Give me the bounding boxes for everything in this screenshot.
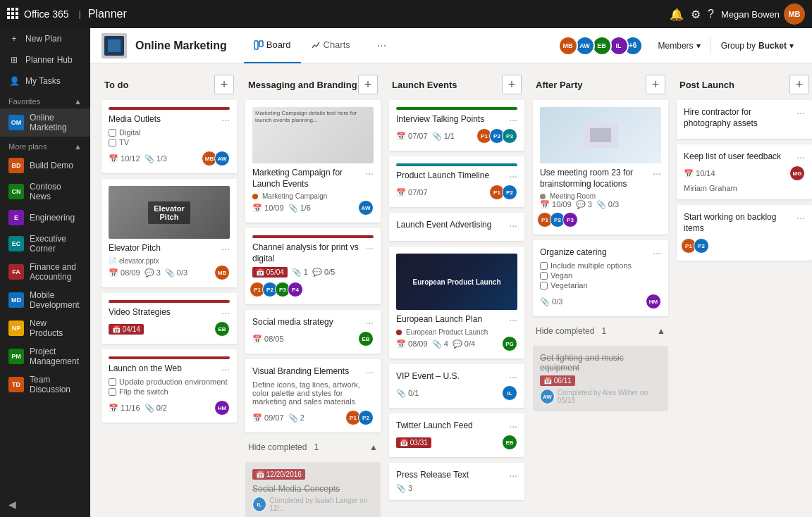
bucket-messaging: Messaging and Branding + Marketing Campa… bbox=[245, 75, 381, 517]
task-card[interactable]: Start working on backlog items ··· P1 P2 bbox=[677, 205, 812, 261]
help-icon[interactable]: ? bbox=[708, 8, 714, 20]
sidebar-item-new-products[interactable]: NP New Products bbox=[0, 314, 90, 342]
member-avatar: EB bbox=[592, 36, 612, 56]
bucket-add-button-launch[interactable]: + bbox=[502, 75, 522, 94]
bucket-header-afterparty: After Party + bbox=[533, 75, 668, 94]
task-card[interactable]: Channel analysis for print vs digital ··… bbox=[245, 228, 381, 304]
completed-toggle-messaging[interactable]: Hide completed 1 ▲ bbox=[245, 438, 381, 456]
task-card[interactable]: Launch Event Advertising ··· bbox=[389, 213, 524, 241]
task-more-button[interactable]: ··· bbox=[221, 363, 230, 375]
task-card[interactable]: VIP Event – U.S. ··· 📎 0/1 IL bbox=[389, 364, 524, 408]
task-more-button[interactable]: ··· bbox=[796, 212, 805, 223]
task-card[interactable]: Keep list of user feedback ··· 📅 10/14 M… bbox=[677, 144, 812, 199]
completed-card[interactable]: Get lighting and music equipment 📅 06/11… bbox=[533, 346, 668, 411]
check-item[interactable] bbox=[540, 262, 548, 270]
more-plans-label[interactable]: More plans ▲ bbox=[0, 137, 90, 154]
completed-card[interactable]: 📅 12/20/2016 Social-Media-Concepts IL Co… bbox=[245, 462, 381, 517]
members-button[interactable]: Members ▾ bbox=[651, 38, 708, 54]
task-card[interactable]: Marketing Campaign details text here for… bbox=[245, 100, 381, 223]
chevron-up-icon: ▲ bbox=[369, 442, 378, 452]
task-more-button[interactable]: ··· bbox=[509, 470, 517, 481]
task-avatars: P1 P2 P3 P4 bbox=[252, 282, 374, 297]
tab-board[interactable]: Board bbox=[244, 28, 301, 63]
sidebar-item-team-discussion[interactable]: TD Team Discussion bbox=[0, 370, 90, 399]
check-item[interactable] bbox=[109, 378, 116, 386]
task-card[interactable]: European Product Launch European Launch … bbox=[389, 247, 524, 359]
task-card[interactable]: Media Outlets ··· Digital TV 📅 10/12 📎 1… bbox=[102, 100, 237, 173]
check-item[interactable] bbox=[540, 282, 548, 289]
notifications-icon[interactable]: 🔔 bbox=[670, 8, 684, 21]
task-card[interactable]: Press Release Text ··· 📎 3 bbox=[389, 463, 524, 500]
task-more-button[interactable]: ··· bbox=[509, 114, 517, 125]
task-meta: 📅 08/09 💬 3 📎 0/3 MB bbox=[109, 265, 230, 280]
sidebar-item-contoso-news[interactable]: CN Contoso News bbox=[0, 177, 90, 206]
sidebar-collapse-button[interactable]: ◀ bbox=[0, 492, 90, 517]
task-more-button[interactable]: ··· bbox=[365, 366, 374, 378]
task-more-button[interactable]: ··· bbox=[509, 170, 517, 182]
bucket-add-button-todo[interactable]: + bbox=[214, 75, 234, 94]
sub-header: Online Marketing Board Charts ··· MB AW … bbox=[90, 28, 812, 63]
chevron-up-icon: ▲ bbox=[74, 142, 82, 151]
check-digital[interactable] bbox=[109, 129, 116, 137]
completed-meta: IL Completed by Isaiah Langer on 12/.. bbox=[252, 497, 374, 512]
task-meta: 📅 05/04 📎 1 💬 0/5 bbox=[252, 267, 374, 278]
task-card[interactable]: Hire contractor for photography assets ·… bbox=[677, 100, 812, 139]
task-more-button[interactable]: ··· bbox=[365, 168, 374, 179]
task-more-button[interactable]: ··· bbox=[365, 317, 374, 328]
task-card[interactable]: Visual Branding Elements ··· Define icon… bbox=[245, 359, 381, 432]
task-more-button[interactable]: ··· bbox=[221, 307, 230, 318]
task-card[interactable]: Launch on the Web ··· Update production … bbox=[102, 349, 237, 423]
task-card[interactable]: Interview Talking Points ··· 📅 07/07 📎 1… bbox=[389, 100, 524, 151]
sidebar-item-my-tasks[interactable]: 👤 My Tasks bbox=[0, 70, 90, 92]
check-tv[interactable] bbox=[109, 139, 116, 147]
task-more-button[interactable]: ··· bbox=[796, 107, 805, 118]
favorites-label[interactable]: Favorites ▲ bbox=[0, 92, 90, 108]
attach-icon: 📎 0/1 bbox=[396, 389, 419, 398]
plan-avatar: CN bbox=[8, 184, 24, 199]
tab-charts[interactable]: Charts bbox=[301, 28, 360, 63]
bucket-add-button-afterparty[interactable]: + bbox=[646, 75, 665, 94]
task-card[interactable]: Product Launch Timeline ··· 📅 07/07 P1 P… bbox=[389, 156, 524, 207]
office-brand: Office 365 bbox=[24, 8, 69, 20]
task-card[interactable]: Organize catering ··· Include multiple o… bbox=[533, 240, 668, 316]
bucket-add-button-postlaunch[interactable]: + bbox=[789, 75, 809, 94]
task-card[interactable]: Video Strategies ··· 📅 04/14 EB bbox=[102, 293, 237, 344]
sidebar-item-planner-hub[interactable]: ⊞ Planner Hub bbox=[0, 49, 90, 70]
task-title: Product Launch Timeline bbox=[396, 170, 506, 182]
task-more-button[interactable]: ··· bbox=[509, 371, 517, 382]
sidebar-item-new-plan[interactable]: + New Plan bbox=[0, 28, 90, 49]
check-item[interactable] bbox=[109, 388, 116, 396]
more-options-button[interactable]: ··· bbox=[371, 39, 392, 52]
sidebar-item-finance[interactable]: FA Finance and Accounting bbox=[0, 258, 90, 286]
check-item[interactable] bbox=[540, 272, 548, 280]
task-card[interactable]: Social media strategy ··· 📅 08/05 EB bbox=[245, 310, 381, 354]
apps-icon[interactable] bbox=[7, 8, 18, 21]
settings-icon[interactable]: ⚙ bbox=[691, 8, 701, 21]
task-more-button[interactable]: ··· bbox=[221, 114, 230, 125]
task-avatar: P3 bbox=[502, 128, 517, 144]
task-more-button[interactable]: ··· bbox=[653, 168, 661, 179]
task-more-button[interactable]: ··· bbox=[509, 220, 517, 231]
task-more-button[interactable]: ··· bbox=[509, 314, 517, 325]
task-more-button[interactable]: ··· bbox=[653, 247, 661, 258]
task-card[interactable]: Twitter Launch Feed ··· 📅 03/31 EB bbox=[389, 413, 524, 457]
comment-icon: 💬 3 bbox=[576, 200, 592, 209]
bucket-add-button-messaging[interactable]: + bbox=[358, 75, 378, 94]
task-title: Elevator Pitch bbox=[109, 243, 219, 254]
task-card[interactable]: ElevatorPitch Elevator Pitch ··· 📄 eleva… bbox=[102, 179, 237, 287]
sidebar-item-mobile-dev[interactable]: MD Mobile Development bbox=[0, 286, 90, 314]
sidebar-item-engineering[interactable]: E Engineering bbox=[0, 206, 90, 230]
task-more-button[interactable]: ··· bbox=[365, 242, 374, 254]
task-more-button[interactable]: ··· bbox=[796, 151, 805, 163]
sidebar-item-online-marketing[interactable]: OM Online Marketing bbox=[0, 108, 90, 137]
sidebar-item-build-demo[interactable]: BD Build Demo bbox=[0, 154, 90, 177]
sidebar-item-executive-corner[interactable]: EC Executive Corner bbox=[0, 230, 90, 258]
task-more-button[interactable]: ··· bbox=[221, 243, 230, 254]
file-tag: 📄 elevator.pptx bbox=[109, 257, 230, 265]
user-area[interactable]: Megan Bowen MB bbox=[714, 4, 805, 25]
task-card[interactable]: Use meeting room 23 for brainstorming lo… bbox=[533, 100, 668, 235]
task-more-button[interactable]: ··· bbox=[509, 421, 517, 432]
sidebar-item-project-mgmt[interactable]: PM Project Management bbox=[0, 342, 90, 370]
completed-toggle-afterparty[interactable]: Hide completed 1 ▲ bbox=[533, 322, 668, 340]
group-by-button[interactable]: Group by Bucket ▾ bbox=[714, 38, 801, 54]
